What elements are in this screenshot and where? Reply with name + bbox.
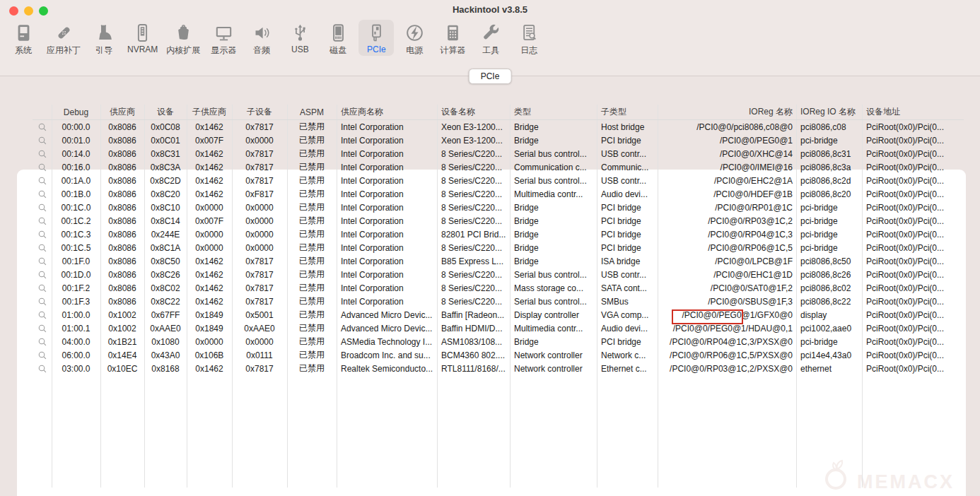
table-row[interactable]: 00:1A.00x80860x8C2D0x14620x7817已禁用Intel …	[33, 174, 964, 187]
cell-subtype: PCI bridge	[597, 243, 658, 253]
cell-vendor_name: Intel Corporation	[337, 163, 437, 172]
table-row[interactable]: 00:1D.00x80860x8C260x14620x7817已禁用Intel …	[33, 268, 964, 281]
toolbar-item-PCIe[interactable]: PCIe	[358, 20, 394, 56]
cell-type: Bridge	[510, 203, 597, 213]
cell-vendor: 0x10EC	[100, 364, 144, 374]
column-header-subvendor[interactable]: 子供应商	[187, 106, 232, 118]
row-search-icon[interactable]	[33, 149, 52, 159]
cell-vendor_name: ASMedia Technology I...	[337, 337, 437, 347]
row-search-icon[interactable]	[33, 310, 52, 320]
calculator-icon	[442, 22, 463, 43]
table-row[interactable]: 00:1C.50x80860x8C1A0x00000x0000已禁用Intel …	[33, 241, 964, 254]
column-header-ioreg_io[interactable]: IOReg IO 名称	[796, 106, 862, 118]
table-row[interactable]: 00:1C.30x80860x244E0x00000x0000已禁用Intel …	[33, 228, 964, 241]
table-row[interactable]: 00:1B.00x80860x8C200x14620xF817已禁用Intel …	[33, 187, 964, 201]
table-row[interactable]: 00:16.00x80860x8C3A0x14620x7817已禁用Intel …	[33, 160, 964, 174]
table-row[interactable]: 00:14.00x80860x8C310x14620x7817已禁用Intel …	[33, 147, 964, 160]
toolbar-item-label: 内核扩展	[166, 45, 200, 57]
column-header-vendor[interactable]: 供应商	[100, 106, 144, 118]
column-header-subdevice[interactable]: 子设备	[232, 106, 287, 118]
toolbar-item-系统[interactable]: 系统	[6, 20, 41, 58]
toolbar-item-计算器[interactable]: 计算器	[435, 20, 470, 58]
cell-subdevice: 0xAAE0	[232, 324, 287, 333]
toolbar-item-label: 磁盘	[329, 45, 346, 57]
column-header-device[interactable]: 设备	[144, 106, 187, 118]
cell-device_name: 8 Series/C220...	[437, 243, 510, 253]
table-row[interactable]: 00:1F.20x80860x8C020x14620x7817已禁用Intel …	[33, 281, 964, 295]
row-search-icon[interactable]	[33, 283, 52, 293]
cell-type: Serial bus control...	[510, 270, 597, 280]
row-search-icon[interactable]	[33, 324, 52, 333]
toolbar-item-音频[interactable]: 音频	[244, 20, 279, 58]
row-search-icon[interactable]	[33, 136, 52, 146]
table-row[interactable]: 00:1F.30x80860x8C220x14620x7817已禁用Intel …	[33, 295, 964, 308]
table-row[interactable]: 01:00.10x10020xAAE00x18490xAAE0已禁用Advanc…	[33, 321, 964, 335]
column-header-device_name[interactable]: 设备名称	[437, 106, 510, 118]
row-search-icon[interactable]	[33, 256, 52, 266]
toolbar-item-引导[interactable]: 引导	[86, 20, 122, 58]
cell-subdevice: 0x0000	[232, 136, 287, 146]
cell-vendor_name: Intel Corporation	[337, 243, 437, 253]
row-search-icon[interactable]	[33, 337, 52, 347]
cell-device_name: 8 Series/C220...	[437, 283, 510, 293]
row-search-icon[interactable]	[33, 203, 52, 213]
toolbar-item-应用补丁[interactable]: 应用补丁	[44, 20, 83, 58]
row-search-icon[interactable]	[33, 176, 52, 186]
column-header-address[interactable]: 设备地址	[862, 106, 964, 118]
toolbar-item-USB[interactable]: USB	[282, 20, 317, 56]
table-row[interactable]: 00:1C.00x80860x8C100x00000x0000已禁用Intel …	[33, 201, 964, 214]
toolbar-item-磁盘[interactable]: 磁盘	[320, 20, 356, 58]
row-search-icon[interactable]	[33, 270, 52, 280]
row-search-icon[interactable]	[33, 230, 52, 240]
row-search-icon[interactable]	[33, 216, 52, 226]
row-search-icon[interactable]	[33, 122, 52, 132]
cell-subtype: PCI bridge	[597, 337, 658, 347]
usb-icon	[289, 22, 310, 43]
row-search-icon[interactable]	[33, 297, 52, 307]
toolbar-item-label: 日志	[520, 45, 537, 57]
row-search-icon[interactable]	[33, 243, 52, 253]
cell-aspm: 已禁用	[287, 242, 337, 254]
table-row[interactable]: 00:1F.00x80860x8C500x14620x7817已禁用Intel …	[33, 254, 964, 268]
column-header-debug[interactable]: Debug	[52, 107, 100, 117]
toolbar-item-日志[interactable]: 日志	[511, 20, 547, 58]
cell-device: 0x8C1A	[144, 243, 187, 253]
toolbar-item-内核扩展[interactable]: 内核扩展	[163, 20, 203, 58]
cell-type: Network controller	[510, 350, 597, 360]
table-row[interactable]: 01:00.00x10020x67FF0x18490x5001已禁用Advanc…	[33, 308, 964, 321]
table-row[interactable]: 00:1C.20x80860x8C140x007F0x0000已禁用Intel …	[33, 214, 964, 228]
cell-address: PciRoot(0x0)/Pci(0...	[862, 189, 964, 199]
table-row[interactable]: 00:01.00x80860x0C010x007F0x0000已禁用Intel …	[33, 134, 964, 147]
table-row[interactable]: 00:00.00x80860x0C080x14620x7817已禁用Intel …	[33, 120, 964, 134]
toolbar-item-NVRAM[interactable]: NVRAM	[124, 20, 161, 56]
row-search-icon[interactable]	[33, 189, 52, 199]
cell-address: PciRoot(0x0)/Pci(0...	[862, 122, 964, 132]
column-header-vendor_name[interactable]: 供应商名称	[337, 106, 437, 118]
toolbar-item-显示器[interactable]: 显示器	[206, 20, 241, 58]
toolbar-item-label: 计算器	[440, 45, 465, 57]
toolbar-item-工具[interactable]: 工具	[473, 20, 508, 58]
cell-subvendor: 0x1462	[187, 256, 232, 266]
cell-address: PciRoot(0x0)/Pci(0...	[862, 163, 964, 172]
cell-ioreg_name: /PCI0@0/RP01@1C	[658, 203, 796, 213]
cell-subdevice: 0x0000	[232, 337, 287, 347]
row-search-icon[interactable]	[33, 364, 52, 374]
table-row[interactable]: 06:00.00x14E40x43A00x106B0x0111已禁用Broadc…	[33, 348, 964, 362]
cell-device_name: 8 Series/C220...	[437, 163, 510, 172]
row-search-icon[interactable]	[33, 163, 52, 172]
column-header-type[interactable]: 类型	[510, 106, 597, 118]
cell-ioreg_name: /PCI0@0/LPCB@1F	[658, 256, 796, 266]
cell-ioreg_io: pci-bridge	[796, 230, 862, 240]
column-header-aspm[interactable]: ASPM	[287, 107, 337, 117]
cell-vendor_name: Intel Corporation	[337, 149, 437, 159]
toolbar-item-电源[interactable]: 电源	[397, 20, 432, 58]
table-row[interactable]: 04:00.00x1B210x10800x00000x0000已禁用ASMedi…	[33, 335, 964, 348]
cell-subvendor: 0x1462	[187, 283, 232, 293]
row-search-icon[interactable]	[33, 350, 52, 360]
cell-vendor_name: Realtek Semiconducto...	[337, 364, 437, 374]
column-header-ioreg_name[interactable]: IOReg 名称	[658, 106, 796, 118]
tab-pcie[interactable]: PCIe	[469, 69, 512, 84]
table-row[interactable]: 03:00.00x10EC0x81680x14620x7817已禁用Realte…	[33, 362, 964, 375]
cell-ioreg_name: /PCI0@0/HDEF@1B	[658, 189, 796, 199]
column-header-subtype[interactable]: 子类型	[597, 106, 658, 118]
